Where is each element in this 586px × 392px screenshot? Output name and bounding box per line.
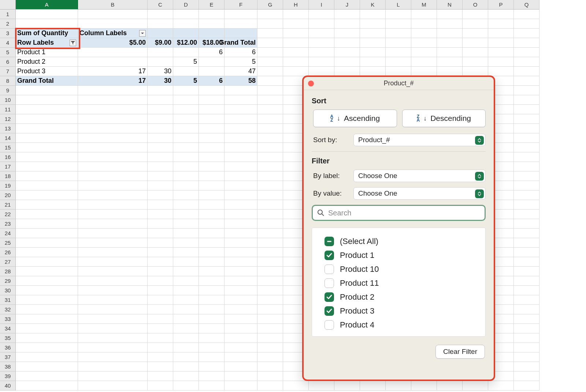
cell[interactable] <box>225 171 257 181</box>
row-header-18[interactable]: 18 <box>0 171 16 181</box>
cell[interactable] <box>199 57 225 67</box>
cell[interactable] <box>225 210 257 219</box>
filter-item[interactable]: (Select All) <box>324 234 479 248</box>
cell[interactable] <box>225 352 257 362</box>
cell[interactable] <box>257 76 283 86</box>
cell[interactable] <box>148 19 173 29</box>
cell[interactable]: 5 <box>173 57 199 67</box>
cell[interactable] <box>225 333 257 343</box>
cell[interactable] <box>257 95 283 105</box>
cell[interactable] <box>16 276 78 286</box>
cell[interactable] <box>257 267 283 276</box>
cell[interactable] <box>411 48 437 57</box>
row-header-8[interactable]: 8 <box>0 76 16 86</box>
cell[interactable] <box>488 67 514 76</box>
column-header-J[interactable]: J <box>334 0 360 10</box>
cell[interactable] <box>173 314 199 324</box>
cell[interactable] <box>360 381 386 391</box>
cell[interactable] <box>16 324 78 333</box>
cell[interactable] <box>148 200 173 210</box>
cell[interactable]: Product 1 <box>16 48 78 57</box>
cell[interactable] <box>437 10 463 19</box>
panel-titlebar[interactable]: Product_# <box>304 77 494 90</box>
cell[interactable] <box>16 305 78 314</box>
cell[interactable] <box>173 67 199 76</box>
cell[interactable] <box>386 10 411 19</box>
cell[interactable] <box>199 267 225 276</box>
cell[interactable] <box>257 29 283 38</box>
cell[interactable] <box>173 324 199 333</box>
cell[interactable] <box>173 333 199 343</box>
cell[interactable] <box>199 124 225 133</box>
cell[interactable] <box>283 19 309 29</box>
cell[interactable] <box>411 67 437 76</box>
cell[interactable] <box>148 381 173 391</box>
cell[interactable]: Product 3 <box>16 67 78 76</box>
cell[interactable] <box>173 381 199 391</box>
cell[interactable] <box>16 257 78 267</box>
filter-item[interactable]: Product 2 <box>324 290 479 304</box>
cell[interactable] <box>148 362 173 371</box>
checkbox-unchecked[interactable] <box>324 265 334 274</box>
cell[interactable] <box>148 162 173 171</box>
cell[interactable] <box>257 162 283 171</box>
cell[interactable] <box>257 200 283 210</box>
cell[interactable] <box>386 48 411 57</box>
cell[interactable] <box>514 333 539 343</box>
cell[interactable]: 6 <box>199 76 225 86</box>
search-box[interactable] <box>312 205 486 221</box>
cell[interactable] <box>199 381 225 391</box>
cell[interactable] <box>78 267 148 276</box>
cell[interactable] <box>148 238 173 248</box>
cell[interactable]: $9.00 <box>148 38 173 48</box>
cell[interactable] <box>257 343 283 352</box>
cell[interactable]: Column Labels <box>78 29 148 38</box>
cell[interactable] <box>199 295 225 305</box>
cell[interactable] <box>514 248 539 257</box>
cell[interactable] <box>148 114 173 124</box>
row-header-35[interactable]: 35 <box>0 333 16 343</box>
cell[interactable] <box>16 114 78 124</box>
cell[interactable] <box>78 295 148 305</box>
cell[interactable] <box>173 371 199 381</box>
cell[interactable] <box>199 133 225 143</box>
cell[interactable] <box>463 67 488 76</box>
row-header-14[interactable]: 14 <box>0 133 16 143</box>
cell[interactable] <box>199 210 225 219</box>
cell[interactable] <box>225 362 257 371</box>
cell[interactable] <box>386 38 411 48</box>
cell[interactable] <box>257 171 283 181</box>
cell[interactable] <box>225 276 257 286</box>
cell[interactable] <box>225 238 257 248</box>
cell[interactable] <box>148 48 173 57</box>
cell[interactable] <box>78 57 148 67</box>
cell[interactable] <box>257 67 283 76</box>
cell[interactable] <box>514 29 539 38</box>
cell[interactable] <box>360 67 386 76</box>
cell[interactable] <box>148 352 173 362</box>
cell[interactable] <box>199 362 225 371</box>
cell[interactable] <box>514 238 539 248</box>
row-header-24[interactable]: 24 <box>0 229 16 238</box>
row-header-12[interactable]: 12 <box>0 114 16 124</box>
cell[interactable]: Row Labels <box>16 38 78 48</box>
cell[interactable] <box>148 295 173 305</box>
row-labels-filter-icon[interactable] <box>70 40 76 46</box>
cell[interactable] <box>257 48 283 57</box>
cell[interactable] <box>514 257 539 267</box>
sort-descending-button[interactable]: ZA ↓ Descending <box>402 110 486 127</box>
cell[interactable] <box>463 29 488 38</box>
cell[interactable] <box>16 95 78 105</box>
cell[interactable] <box>386 67 411 76</box>
cell[interactable] <box>309 67 334 76</box>
row-header-26[interactable]: 26 <box>0 248 16 257</box>
cell[interactable] <box>16 314 78 324</box>
column-header-I[interactable]: I <box>309 0 334 10</box>
cell[interactable] <box>488 48 514 57</box>
cell[interactable] <box>514 162 539 171</box>
row-header-27[interactable]: 27 <box>0 257 16 267</box>
row-header-31[interactable]: 31 <box>0 295 16 305</box>
column-labels-dropdown[interactable] <box>139 30 146 37</box>
cell[interactable] <box>78 343 148 352</box>
cell[interactable] <box>148 333 173 343</box>
